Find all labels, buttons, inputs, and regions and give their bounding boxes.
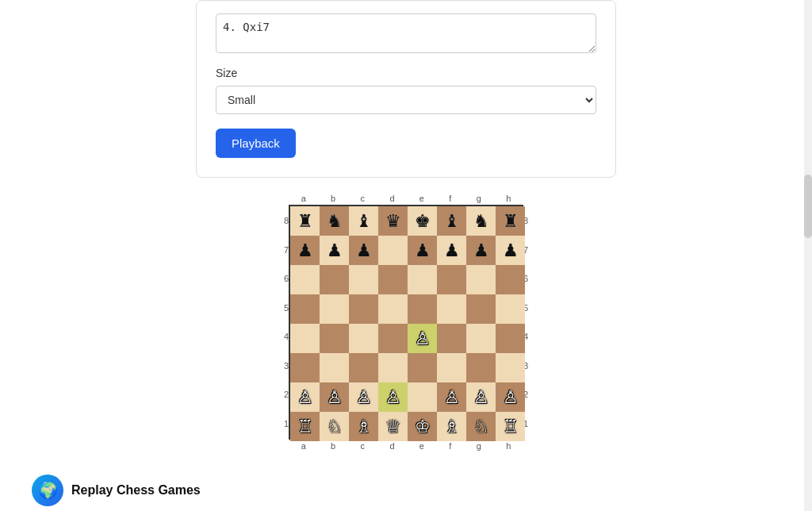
coord-d-bot: d — [389, 441, 394, 451]
chess-piece: ♜ — [297, 213, 313, 230]
size-select[interactable]: Small Medium Large — [216, 86, 596, 114]
chess-piece: ♗ — [444, 418, 460, 436]
chess-piece: ♟ — [327, 242, 343, 259]
chess-square — [349, 324, 378, 353]
chess-square — [320, 353, 349, 382]
chess-piece: ♟ — [444, 242, 460, 259]
coord-c-top: c — [361, 194, 366, 203]
scrollbar-thumb[interactable] — [804, 175, 812, 238]
chess-square: ♝ — [349, 206, 378, 236]
chess-square — [349, 265, 378, 294]
chess-piece: ♝ — [356, 213, 372, 230]
coord-c-bot: c — [361, 441, 366, 451]
size-label: Size — [216, 67, 596, 79]
chess-piece: ♖ — [503, 418, 519, 436]
footer-logo-row: 🌍 Replay Chess Games — [32, 474, 201, 506]
chess-square — [408, 353, 437, 382]
chess-square — [408, 382, 437, 412]
chess-piece: ♟ — [356, 242, 372, 259]
chess-square: ♟ — [290, 236, 320, 265]
coord-g-top: g — [477, 194, 481, 203]
chess-square — [290, 265, 320, 294]
chess-piece: ♜ — [503, 213, 519, 230]
page-wrapper: 4. Qxi7 Size Small Medium Large Playback… — [0, 0, 812, 511]
chess-square — [378, 236, 408, 265]
chess-square — [290, 353, 320, 382]
chess-piece: ♖ — [297, 418, 313, 436]
chess-square — [378, 353, 408, 382]
logo-text: Replay Chess Games — [71, 483, 201, 498]
coord-e-top: e — [419, 194, 424, 203]
chess-square — [466, 294, 496, 324]
chess-piece: ♛ — [385, 213, 401, 230]
chess-piece: ♞ — [327, 213, 343, 230]
chess-board: ♜♞♝♛♚♝♞♜♟♟♟♟♟♟♟♙♙♙♙♙♙♙♙♖♘♗♕♔♗♘♖ — [289, 205, 523, 440]
chess-square: ♘ — [320, 412, 349, 441]
chess-square: ♟ — [496, 236, 525, 265]
coord-b-bot: b — [331, 441, 335, 451]
coord-h-top: h — [506, 194, 511, 203]
footer: 🌍 Replay Chess Games ALL PAGES Home — [0, 474, 812, 511]
chess-square: ♗ — [437, 412, 466, 441]
chess-square — [466, 353, 496, 382]
chess-square: ♟ — [466, 236, 496, 265]
coords-bottom: a b c d e f g h — [289, 441, 523, 451]
chess-square: ♕ — [378, 412, 408, 441]
chess-piece: ♚ — [415, 213, 431, 230]
chess-square: ♟ — [437, 236, 466, 265]
chess-piece: ♕ — [385, 418, 401, 436]
chess-piece: ♘ — [327, 418, 343, 436]
chess-piece: ♟ — [297, 242, 313, 259]
playback-button[interactable]: Playback — [216, 129, 296, 158]
chess-square: ♖ — [496, 412, 525, 441]
chess-square — [496, 324, 525, 353]
chess-piece: ♔ — [415, 418, 431, 436]
chess-square: ♟ — [408, 236, 437, 265]
chess-square — [437, 353, 466, 382]
chess-square — [349, 353, 378, 382]
chess-square — [466, 324, 496, 353]
chess-piece: ♗ — [356, 418, 372, 436]
chess-square: ♔ — [408, 412, 437, 441]
chess-section: a b c d e f g h 8 7 6 5 4 3 2 1 ♜♞♝♛♚♝♞♜… — [284, 194, 528, 451]
chess-square: ♞ — [320, 206, 349, 236]
chess-square — [378, 324, 408, 353]
chess-square: ♙ — [320, 382, 349, 412]
chess-square: ♟ — [349, 236, 378, 265]
chess-piece: ♙ — [356, 389, 372, 406]
chess-square: ♛ — [378, 206, 408, 236]
chess-square: ♞ — [466, 206, 496, 236]
chess-piece: ♙ — [444, 389, 460, 406]
chess-square: ♙ — [408, 324, 437, 353]
chess-piece: ♙ — [503, 389, 519, 406]
chess-square: ♙ — [290, 382, 320, 412]
chess-piece: ♙ — [473, 389, 489, 406]
coord-a-top: a — [301, 194, 306, 203]
chess-square: ♙ — [496, 382, 525, 412]
chess-square: ♘ — [466, 412, 496, 441]
chess-square — [320, 265, 349, 294]
chess-square: ♙ — [378, 382, 408, 412]
pgn-textarea[interactable]: 4. Qxi7 — [216, 13, 596, 53]
chess-square — [320, 294, 349, 324]
chess-square: ♝ — [437, 206, 466, 236]
coord-a-bot: a — [301, 441, 306, 451]
coord-f-bot: f — [449, 441, 451, 451]
coord-d-top: d — [389, 194, 394, 203]
chess-square: ♚ — [408, 206, 437, 236]
chess-square — [349, 294, 378, 324]
chess-piece: ♟ — [473, 242, 489, 259]
scrollbar[interactable] — [804, 0, 812, 511]
settings-card: 4. Qxi7 Size Small Medium Large Playback — [196, 0, 616, 178]
chess-square: ♖ — [290, 412, 320, 441]
coords-top: a b c d e f g h — [289, 194, 523, 203]
chess-piece: ♘ — [473, 418, 489, 436]
chess-piece: ♙ — [385, 389, 401, 406]
chess-square — [290, 324, 320, 353]
chess-square — [496, 294, 525, 324]
chess-square — [437, 294, 466, 324]
board-with-coords: 8 7 6 5 4 3 2 1 ♜♞♝♛♚♝♞♜♟♟♟♟♟♟♟♙♙♙♙♙♙♙♙♖… — [284, 205, 528, 440]
chess-square — [290, 294, 320, 324]
chess-piece: ♟ — [503, 242, 519, 259]
chess-square: ♟ — [320, 236, 349, 265]
